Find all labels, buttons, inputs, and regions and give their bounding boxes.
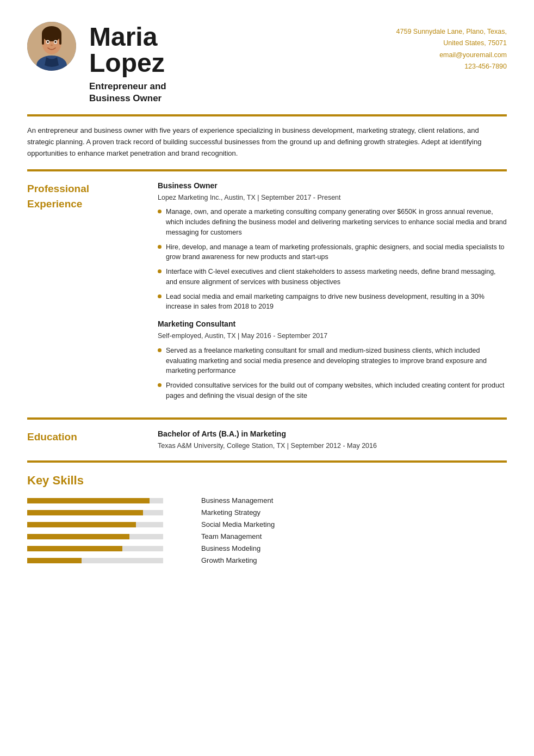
job-2-meta: Self-employed, Austin, TX | May 2016 - S… bbox=[158, 331, 507, 341]
skill-bar-bg bbox=[27, 522, 163, 527]
skill-bar-bg bbox=[27, 546, 163, 551]
skill-bar-fill bbox=[27, 498, 150, 503]
job-1-title: Business Owner bbox=[158, 180, 507, 192]
professional-experience-section: Professional Experience Business Owner L… bbox=[27, 180, 507, 408]
bullet-text: Hire, develop, and manage a team of mark… bbox=[166, 242, 507, 263]
skill-bar-bg bbox=[27, 558, 163, 563]
skill-label: Social Media Marketing bbox=[201, 521, 275, 528]
experience-right: Business Owner Lopez Marketing Inc., Aus… bbox=[147, 180, 507, 408]
skill-bar-fill bbox=[27, 522, 136, 527]
education-section: Education Bachelor of Arts (B.A.) in Mar… bbox=[27, 428, 507, 451]
skill-bar-bg bbox=[27, 510, 163, 515]
bullet-text: Interface with C-level executives and cl… bbox=[166, 267, 507, 287]
skill-bar-row bbox=[27, 521, 185, 528]
job-2-title: Marketing Consultant bbox=[158, 318, 507, 330]
job-2: Marketing Consultant Self-employed, Aust… bbox=[158, 318, 507, 401]
svg-rect-4 bbox=[59, 34, 61, 45]
bullet-text: Provided consultative services for the b… bbox=[166, 380, 507, 401]
degree-title: Bachelor of Arts (B.A.) in Marketing bbox=[158, 428, 507, 440]
skill-bar-fill bbox=[27, 558, 82, 563]
list-item: Hire, develop, and manage a team of mark… bbox=[158, 242, 507, 263]
bullet-dot bbox=[158, 383, 162, 387]
header: Maria Lopez Entrepreneur andBusiness Own… bbox=[27, 22, 507, 105]
skill-label: Business Modeling bbox=[201, 545, 275, 552]
bullet-dot bbox=[158, 269, 162, 273]
list-item: Served as a freelance marketing consulta… bbox=[158, 346, 507, 376]
skill-bar-row bbox=[27, 557, 185, 564]
svg-point-10 bbox=[51, 45, 53, 46]
skill-label: Marketing Strategy bbox=[201, 509, 275, 517]
address-line1: 4759 Sunnydale Lane, Plano, Texas, bbox=[387, 26, 507, 38]
skills-divider bbox=[27, 460, 507, 463]
skill-bar-fill bbox=[27, 510, 143, 515]
list-item: Manage, own, and operate a marketing con… bbox=[158, 207, 507, 237]
job-2-bullets: Served as a freelance marketing consulta… bbox=[158, 346, 507, 401]
job-title-header: Entrepreneur andBusiness Owner bbox=[89, 81, 374, 105]
education-heading: Education bbox=[27, 429, 147, 445]
skill-bar-row bbox=[27, 545, 185, 552]
skills-labels: Business ManagementMarketing StrategySoc… bbox=[201, 497, 275, 564]
svg-point-8 bbox=[47, 41, 49, 43]
bullet-text: Served as a freelance marketing consulta… bbox=[166, 346, 507, 376]
bullet-dot bbox=[158, 210, 162, 213]
education-right: Bachelor of Arts (B.A.) in Marketing Tex… bbox=[147, 428, 507, 451]
list-item: Lead social media and email marketing ca… bbox=[158, 292, 507, 312]
full-name: Maria Lopez bbox=[89, 24, 374, 76]
skill-bar-row bbox=[27, 497, 185, 505]
experience-divider bbox=[27, 169, 507, 171]
list-item: Interface with C-level executives and cl… bbox=[158, 267, 507, 287]
avatar bbox=[27, 22, 76, 71]
address-line2: United States, 75071 bbox=[387, 38, 507, 49]
education-divider bbox=[27, 417, 507, 420]
skill-bar-bg bbox=[27, 498, 163, 503]
bullet-text: Manage, own, and operate a marketing con… bbox=[166, 207, 507, 237]
skill-label: Business Management bbox=[201, 497, 275, 505]
bullet-dot bbox=[158, 348, 162, 352]
key-skills-section: Key Skills Business ManagementMarketing … bbox=[27, 471, 507, 564]
contact-info: 4759 Sunnydale Lane, Plano, Texas, Unite… bbox=[387, 22, 507, 72]
svg-point-9 bbox=[54, 41, 57, 43]
header-divider bbox=[27, 114, 507, 116]
skill-bar-fill bbox=[27, 546, 122, 551]
name-block: Maria Lopez Entrepreneur andBusiness Own… bbox=[89, 22, 374, 105]
job-1-bullets: Manage, own, and operate a marketing con… bbox=[158, 207, 507, 312]
bullet-dot bbox=[158, 294, 162, 298]
skill-label: Growth Marketing bbox=[201, 557, 275, 564]
job-1: Business Owner Lopez Marketing Inc., Aus… bbox=[158, 180, 507, 312]
svg-rect-3 bbox=[42, 34, 44, 45]
bullet-dot bbox=[158, 245, 162, 249]
phone: 123-456-7890 bbox=[387, 61, 507, 72]
skill-bar-bg bbox=[27, 534, 163, 539]
skills-heading: Key Skills bbox=[27, 471, 507, 489]
experience-heading: Professional Experience bbox=[27, 181, 147, 212]
experience-left: Professional Experience bbox=[27, 180, 147, 408]
svg-point-2 bbox=[42, 26, 61, 41]
skill-bar-fill bbox=[27, 534, 129, 539]
skill-bar-row bbox=[27, 533, 185, 540]
summary-text: An entrepreneur and business owner with … bbox=[27, 125, 507, 159]
list-item: Provided consultative services for the b… bbox=[158, 380, 507, 401]
skill-bar-row bbox=[27, 509, 185, 517]
first-name: Maria bbox=[89, 22, 157, 51]
job-1-meta: Lopez Marketing Inc., Austin, TX | Septe… bbox=[158, 193, 507, 203]
skills-grid: Business ManagementMarketing StrategySoc… bbox=[27, 497, 507, 564]
education-left: Education bbox=[27, 428, 147, 451]
degree-meta: Texas A&M University, College Station, T… bbox=[158, 441, 507, 451]
email: email@youremail.com bbox=[387, 50, 507, 61]
skill-label: Team Management bbox=[201, 533, 275, 540]
skills-bars bbox=[27, 497, 185, 564]
bullet-text: Lead social media and email marketing ca… bbox=[166, 292, 507, 312]
last-name: Lopez bbox=[89, 48, 165, 77]
